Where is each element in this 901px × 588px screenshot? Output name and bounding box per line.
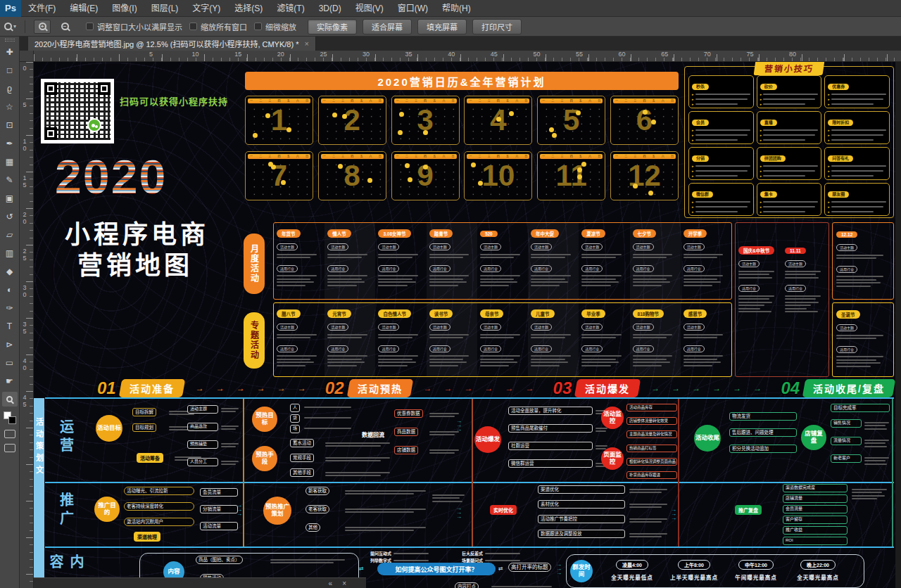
lasso-tool[interactable]: ϱ — [2, 81, 18, 96]
collapse-icon[interactable]: « — [329, 580, 333, 587]
placeholder-text — [581, 334, 623, 339]
ruler-mark: 15 — [21, 174, 28, 188]
menu-窗口(W)[interactable]: 窗口(W) — [391, 0, 435, 17]
quick-mask-button[interactable] — [4, 430, 15, 438]
placeholder-text — [432, 492, 466, 504]
tip-card-优惠券: 优惠券▸▸▸ — [824, 75, 890, 108]
box-店铺流量: 店铺流量 — [783, 494, 848, 503]
double12-box: 12.12活动主题适用行业 — [832, 222, 894, 300]
checkbox-细微缩放[interactable]: 细微缩放 — [254, 21, 296, 32]
menu-视图(V)[interactable]: 视图(V) — [348, 0, 391, 17]
menu-图层(L)[interactable]: 图层(L) — [144, 0, 186, 17]
placeholder-text — [327, 334, 369, 339]
title-styles-list: 提问互动式巨大反差式列举数字式场景疑问式 — [370, 550, 546, 561]
status-strip[interactable]: «× — [34, 577, 366, 588]
magic-wand-tool[interactable]: ☆ — [2, 99, 18, 114]
type-tool[interactable]: T — [2, 319, 18, 333]
checkbox-缩放所有窗口[interactable]: 缩放所有窗口 — [189, 21, 247, 32]
palette-grip[interactable] — [5, 39, 15, 41]
checkbox-调整窗口大小以满屏显示[interactable]: 调整窗口大小以满屏显示 — [86, 21, 182, 32]
placeholder-text — [683, 334, 725, 339]
menu-3D(D)[interactable]: 3D(D) — [312, 0, 348, 17]
vertical-ruler[interactable]: 051015202530354045 — [20, 62, 34, 588]
node-推广目的: 推广目的 — [94, 497, 120, 522]
eraser-tool[interactable]: ▱ — [2, 227, 18, 242]
gradient-tool[interactable]: ▥ — [2, 245, 18, 260]
placeholder-text — [683, 355, 725, 366]
color-swatches[interactable] — [4, 411, 16, 424]
hand-tool[interactable]: ☛ — [2, 373, 18, 388]
menu-编辑(E)[interactable]: 编辑(E) — [63, 0, 105, 17]
menu-选择(S)[interactable]: 选择(S) — [227, 0, 270, 17]
button-实际像素[interactable]: 实际像素 — [308, 19, 357, 34]
clone-stamp-tool[interactable]: ▣ — [2, 191, 18, 205]
zoom-in-button[interactable]: + — [34, 20, 51, 34]
phase-header: 01活动准备→→→→→→02活动预热→→→→→→03活动爆发→→→→→→04活动… — [90, 378, 894, 398]
table-新老客户: 新老客户 — [831, 454, 862, 463]
magnifier-icon — [4, 23, 12, 30]
menu-文件(F)[interactable]: 文件(F) — [21, 0, 63, 17]
festival-pill: 毕业季 — [581, 309, 605, 318]
document-canvas[interactable]: 扫码可以获得小程序扶持 2020 小程序电商 营销地图 2020营销日历&全年营… — [34, 62, 901, 588]
box-其他: 其他 — [305, 523, 320, 532]
brush-tool[interactable]: ✎ — [2, 172, 18, 187]
zoom-out-button[interactable]: − — [56, 20, 73, 34]
close-icon[interactable]: × — [304, 39, 308, 48]
blur-tool[interactable]: ◆ — [2, 264, 18, 279]
document-tab[interactable]: 2020小程序电商营销地图.jpg @ 12.5% (扫码可以获得小程序扶持, … — [28, 37, 316, 51]
zoom-tool-preset[interactable]: ▾ — [4, 23, 16, 30]
photoshop-logo-icon[interactable]: Ps — [0, 0, 21, 17]
q4-festival-box: 国庆&中秋节活动主题适用行业11.11活动主题适用行业 — [735, 222, 829, 377]
festival-column-七夕节: 七夕节活动主题适用行业 — [630, 223, 681, 299]
phase-number-04: 04 — [781, 378, 800, 398]
patch-tool[interactable]: ▦ — [2, 154, 18, 169]
festival-column-元宵节: 元宵节活动主题适用行业 — [325, 303, 375, 376]
zoom-tool[interactable] — [2, 392, 18, 407]
placeholder-text — [277, 254, 318, 259]
screen-mode-button[interactable] — [4, 444, 15, 452]
ruler-mark: 5 — [21, 101, 28, 108]
tip-card-微信群: 微信群▸▸▸ — [688, 183, 754, 216]
eyedropper-tool[interactable]: ✒ — [2, 136, 18, 151]
close-icon[interactable]: × — [342, 580, 346, 587]
month-card-7: 一二三四五六日7 — [245, 151, 313, 200]
placeholder-text — [378, 275, 420, 286]
poster-title-line2: 营销地图 — [77, 245, 193, 281]
menu-滤镜(T)[interactable]: 滤镜(T) — [270, 0, 311, 17]
placeholder-text — [629, 516, 669, 525]
box-老客获取: 老客获取 — [305, 505, 329, 513]
menu-帮助(H)[interactable]: 帮助(H) — [435, 0, 478, 17]
festival-column-踏青节: 踏青节活动主题适用行业 — [427, 223, 477, 299]
ruler-mark: 15 — [234, 51, 241, 58]
festival-column-818购物节: 818购物节活动主题适用行业 — [630, 303, 681, 376]
box-主题商品流量及转化情况: 主题商品流量及转化情况 — [626, 430, 677, 438]
ruler-mark: 45 — [21, 394, 28, 408]
open-rate-pill: 如何提高公众号图文打开率？ — [377, 563, 496, 575]
placeholder-text — [864, 420, 890, 431]
shape-tool[interactable]: ▭ — [2, 355, 18, 370]
horizontal-ruler[interactable]: 5101520253035404550556065707580 — [34, 51, 901, 62]
node-活动目标: 活动目标 — [96, 415, 122, 442]
festival-column-情人节: 情人节活动主题适用行业 — [325, 223, 375, 299]
button-适合屏幕[interactable]: 适合屏幕 — [363, 19, 412, 34]
tip-card-直播: 直播▸▸▸ — [757, 111, 822, 144]
crop-tool[interactable]: ⊡ — [2, 117, 18, 132]
marquee-tool[interactable]: □ — [2, 63, 18, 77]
christmas-box: 圣诞节活动主题适用行业 — [832, 302, 894, 377]
festival-pill: 11.11 — [785, 248, 806, 254]
menu-文字(Y)[interactable]: 文字(Y) — [185, 0, 227, 17]
burn-tool[interactable]: ◐ — [2, 282, 18, 297]
box-热销商品打标签: 热销商品打标签 — [626, 445, 677, 452]
menu-图像(I)[interactable]: 图像(I) — [105, 0, 144, 17]
background-color[interactable] — [8, 416, 16, 424]
table-销售情况: 销售情况 — [831, 419, 862, 428]
pen-tool[interactable]: ✑ — [2, 300, 18, 315]
placeholder-text — [378, 355, 420, 366]
placeholder-text — [327, 275, 369, 286]
move-tool[interactable]: ✚ — [2, 44, 18, 59]
button-填充屏幕[interactable]: 填充屏幕 — [417, 19, 467, 34]
button-打印尺寸[interactable]: 打印尺寸 — [472, 19, 522, 34]
history-brush-tool[interactable]: ↺ — [2, 209, 18, 224]
path-select-tool[interactable]: ⊳ — [2, 337, 18, 352]
placeholder-text — [304, 415, 353, 420]
